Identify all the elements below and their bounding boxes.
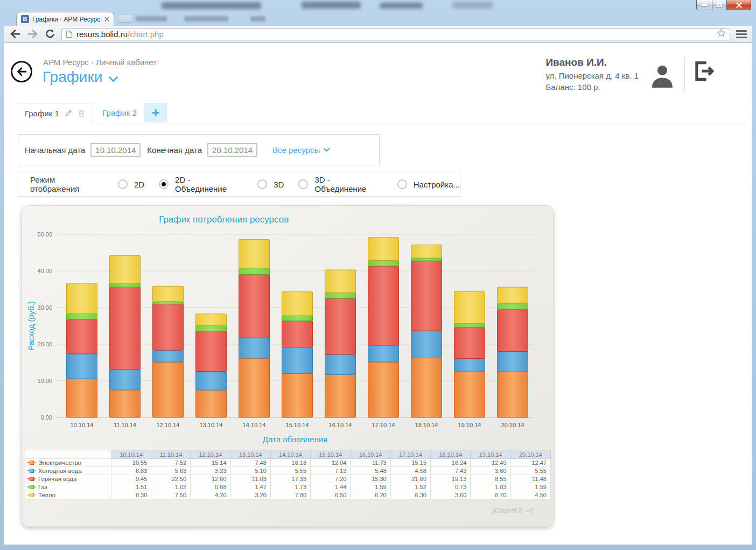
bar-segment[interactable] [67, 283, 97, 314]
radio-label: 2D [134, 180, 144, 189]
tab-close-icon[interactable] [104, 17, 109, 22]
bar-segment[interactable] [67, 379, 97, 417]
x-category-label: 17.10.14 [372, 422, 395, 428]
bar-segment[interactable] [67, 319, 97, 354]
bar-segment[interactable] [368, 238, 399, 261]
bar-segment[interactable] [239, 338, 270, 358]
bar-segment[interactable] [110, 256, 141, 283]
radio-option[interactable]: 2D - Объединение [159, 175, 243, 193]
resources-dropdown[interactable]: Все ресурсы [272, 145, 330, 155]
page-back-button[interactable] [11, 61, 32, 82]
bar-segment[interactable] [325, 293, 356, 298]
bar-segment[interactable] [110, 287, 141, 370]
bar-segment[interactable] [282, 316, 313, 321]
bar-segment[interactable] [239, 240, 270, 268]
bar-segment[interactable] [454, 359, 485, 372]
bar-segment[interactable] [325, 298, 356, 354]
bar-segment[interactable] [368, 261, 399, 266]
bar-segment[interactable] [454, 372, 485, 417]
bar-segment[interactable] [325, 374, 356, 417]
radio-option[interactable]: 3D [257, 179, 284, 189]
bar-segment[interactable] [411, 261, 442, 331]
new-tab-button[interactable] [118, 14, 132, 23]
bar-segment[interactable] [498, 352, 528, 372]
edit-pencil-icon[interactable] [64, 109, 73, 117]
bar-segment[interactable] [282, 321, 313, 347]
y-tick-label: 30.00 [37, 304, 52, 311]
bar-segment[interactable] [368, 266, 399, 345]
bar-segment[interactable] [454, 291, 485, 323]
bar-segment[interactable] [239, 268, 270, 275]
bar-segment[interactable] [411, 331, 442, 358]
bar-segment[interactable] [498, 309, 528, 351]
bar-segment[interactable] [498, 372, 528, 417]
bar-segment[interactable] [110, 370, 141, 390]
radio-circle-icon[interactable] [159, 179, 169, 189]
radio-circle-icon[interactable] [298, 179, 308, 189]
delete-trash-icon[interactable] [78, 109, 86, 117]
header-divider [684, 58, 684, 92]
bar-segment[interactable] [325, 354, 356, 374]
value-cell: 9.45 [111, 475, 151, 483]
bar-segment[interactable] [67, 314, 97, 319]
bar-segment[interactable] [282, 347, 313, 374]
browser-menu-button[interactable] [736, 30, 747, 38]
minimize-button[interactable] [696, 0, 712, 10]
bar-segment[interactable] [153, 302, 184, 304]
end-date-input[interactable] [207, 143, 257, 157]
maximize-button[interactable] [712, 0, 727, 10]
bar-segment[interactable] [110, 283, 141, 287]
reload-button[interactable] [45, 29, 55, 39]
bar-segment[interactable] [239, 358, 270, 417]
bar-segment[interactable] [153, 304, 184, 350]
bar-segment[interactable] [196, 331, 227, 372]
bar-segment[interactable] [196, 372, 227, 391]
logout-icon[interactable] [692, 60, 715, 82]
bar-segment[interactable] [196, 326, 227, 331]
bar-segment[interactable] [153, 286, 184, 302]
bar-segment[interactable] [454, 327, 485, 358]
radio-option[interactable]: 2D [118, 179, 144, 189]
bar-segment[interactable] [282, 292, 313, 316]
bar-segment[interactable] [239, 274, 270, 338]
bar-segment[interactable] [498, 304, 528, 310]
bar-segment[interactable] [368, 362, 399, 417]
radio-option[interactable]: Настройка... [397, 179, 460, 189]
bar-segment[interactable] [498, 287, 528, 304]
user-profile-icon[interactable] [648, 63, 676, 89]
address-bar[interactable]: resurs.bolid.ru/chart.php [61, 28, 730, 40]
radio-option[interactable]: 3D - Объединение [298, 175, 382, 193]
bookmark-star-icon[interactable] [717, 29, 726, 39]
bar-segment[interactable] [67, 354, 97, 379]
radio-circle-icon[interactable] [257, 179, 267, 189]
bar-segment[interactable] [325, 270, 356, 293]
consumption-stacked-bar-chart: 0.0010.0020.0030.0040.0050.0010.10.1411.… [22, 227, 554, 449]
bar-segment[interactable] [196, 314, 227, 326]
bar-segment[interactable] [196, 390, 227, 417]
forward-nav-button[interactable] [27, 29, 39, 39]
table-date-header: 12.10.14 [191, 450, 230, 459]
bar-segment[interactable] [411, 358, 442, 417]
bar-segment[interactable] [411, 245, 442, 259]
bar-segment[interactable] [153, 350, 184, 362]
close-window-button[interactable] [726, 0, 751, 10]
chevron-down-icon[interactable] [109, 76, 118, 82]
back-nav-button[interactable] [9, 29, 21, 39]
bar-segment[interactable] [110, 390, 141, 417]
table-date-header: 14.10.14 [270, 450, 310, 459]
doc-tabs-border [18, 123, 746, 123]
start-date-input[interactable] [90, 143, 141, 157]
bar-segment[interactable] [454, 323, 485, 327]
reload-icon [45, 29, 55, 39]
browser-tab[interactable]: В Графики · АРМ Ресурс [16, 12, 114, 26]
tab-grafik-1[interactable]: График 1 [18, 103, 93, 123]
bar-segment[interactable] [411, 258, 442, 261]
bar-segment[interactable] [368, 345, 399, 362]
add-tab-button[interactable]: + [144, 103, 167, 122]
radio-circle-icon[interactable] [118, 179, 128, 189]
bar-segment[interactable] [282, 373, 313, 417]
bar-segment[interactable] [153, 362, 184, 417]
radio-circle-icon[interactable] [397, 179, 407, 189]
tab-grafik-2[interactable]: График 2 [97, 103, 142, 123]
value-cell: 15.14 [191, 459, 230, 467]
